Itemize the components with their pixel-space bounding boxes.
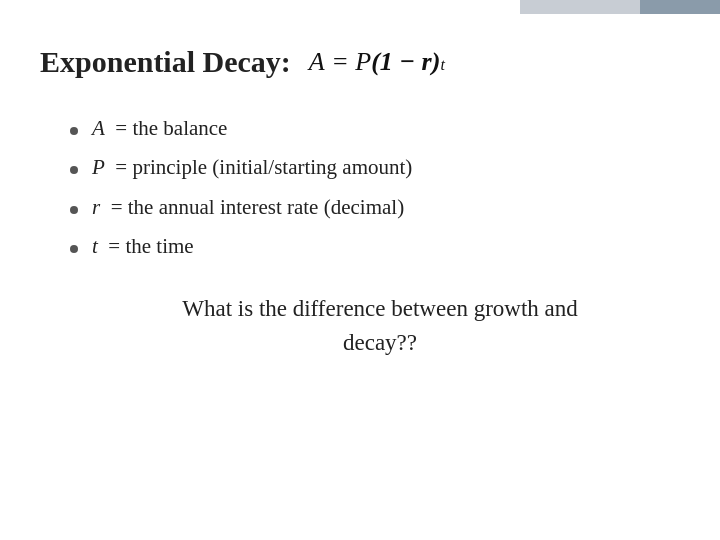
bullet-list: A = the balance P = principle (initial/s…	[70, 114, 680, 262]
bullet-icon	[70, 166, 78, 174]
list-item: A = the balance	[70, 114, 680, 143]
title-row: Exponential Decay: A = P (1 − r) t	[40, 45, 680, 79]
formula-body: (1 − r)	[371, 47, 440, 77]
list-item: P = principle (initial/starting amount)	[70, 153, 680, 182]
bullet-text-p: P = principle (initial/starting amount)	[92, 153, 412, 182]
list-item: t = the time	[70, 232, 680, 261]
formula-r: r	[422, 47, 432, 76]
top-bar-dark	[640, 0, 720, 14]
top-bar-light	[520, 0, 640, 14]
question-block: What is the difference between growth an…	[80, 292, 680, 361]
formula-one: 1	[380, 47, 393, 76]
var-t: t	[92, 234, 98, 258]
bullet-text-a: A = the balance	[92, 114, 227, 143]
bullet-text-r: r = the annual interest rate (decimal)	[92, 193, 404, 222]
formula-display: A = P (1 − r) t	[309, 47, 445, 77]
formula-exponent: t	[440, 56, 444, 74]
formula-P: P	[355, 47, 371, 77]
var-r: r	[92, 195, 100, 219]
bullet-icon	[70, 245, 78, 253]
bullet-icon	[70, 206, 78, 214]
list-item: r = the annual interest rate (decimal)	[70, 193, 680, 222]
var-A: A	[92, 116, 105, 140]
formula-A: A	[309, 47, 325, 77]
slide-container: Exponential Decay: A = P (1 − r) t A = t…	[0, 0, 720, 540]
slide-title: Exponential Decay:	[40, 45, 291, 79]
question-text: What is the difference between growth an…	[182, 296, 578, 356]
var-P: P	[92, 155, 105, 179]
bullet-icon	[70, 127, 78, 135]
decorative-top-bars	[520, 0, 720, 14]
formula-minus: −	[399, 47, 421, 76]
bullet-text-t: t = the time	[92, 232, 194, 261]
formula-equals: =	[325, 47, 356, 77]
